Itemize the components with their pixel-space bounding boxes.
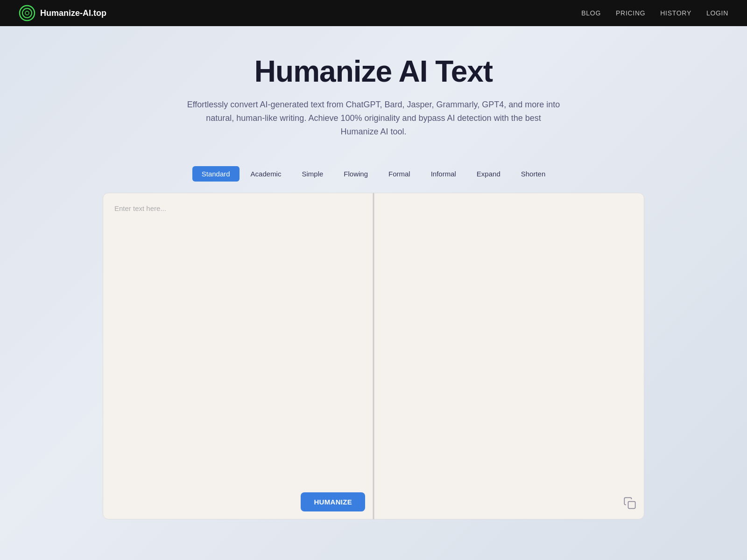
output-area: [374, 193, 644, 483]
hero-subtitle: Effortlessly convert AI-generated text f…: [187, 98, 560, 138]
output-panel-footer: [623, 497, 636, 511]
brand-name: Humanize-AI.top: [40, 8, 106, 18]
brand: Humanize-AI.top: [19, 5, 106, 21]
tabs-container: Standard Academic Simple Flowing Formal …: [0, 157, 747, 193]
editor-container: HUMANIZE: [93, 193, 654, 519]
nav-blog[interactable]: BLOG: [581, 9, 601, 17]
tab-formal[interactable]: Formal: [379, 166, 420, 182]
svg-rect-3: [628, 502, 635, 509]
output-panel: [374, 193, 644, 519]
nav-history[interactable]: HISTORY: [660, 9, 691, 17]
hero-section: Humanize AI Text Effortlessly convert AI…: [0, 26, 747, 157]
nav-pricing[interactable]: PRICING: [616, 9, 645, 17]
svg-point-0: [20, 6, 35, 21]
nav-login[interactable]: LOGIN: [706, 9, 728, 17]
tab-standard[interactable]: Standard: [192, 166, 240, 182]
humanize-button[interactable]: HUMANIZE: [301, 492, 365, 511]
input-panel: HUMANIZE: [103, 193, 373, 519]
tab-expand[interactable]: Expand: [467, 166, 510, 182]
hero-title: Humanize AI Text: [9, 54, 738, 89]
nav-links: BLOG PRICING HISTORY LOGIN: [581, 9, 728, 17]
tab-shorten[interactable]: Shorten: [512, 166, 555, 182]
tab-flowing[interactable]: Flowing: [334, 166, 377, 182]
svg-point-2: [25, 11, 29, 15]
copy-icon[interactable]: [623, 497, 636, 510]
tab-informal[interactable]: Informal: [422, 166, 465, 182]
input-panel-footer: HUMANIZE: [301, 492, 365, 511]
tab-academic[interactable]: Academic: [241, 166, 291, 182]
svg-point-1: [22, 8, 32, 18]
text-input[interactable]: [103, 193, 373, 483]
tab-simple[interactable]: Simple: [292, 166, 332, 182]
navbar: Humanize-AI.top BLOG PRICING HISTORY LOG…: [0, 0, 747, 26]
brand-logo-icon: [19, 5, 35, 21]
